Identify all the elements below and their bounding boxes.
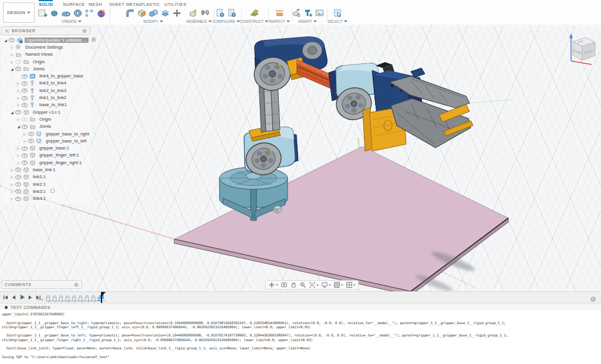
radio-selected-icon[interactable]	[91, 37, 96, 43]
offset-face-icon[interactable]	[160, 8, 170, 18]
browser-row-gripper-base-to-right[interactable]: ▷gripper_base_to_right	[1, 130, 90, 137]
timeline-joint-feature[interactable]	[72, 293, 76, 304]
group-label-select[interactable]: SELECT	[327, 19, 347, 23]
view-cube[interactable]: TOP FRONT RIGHT	[555, 28, 599, 69]
viewport-3d[interactable]: BROWSER ◢OpenManipulator X editable ...▷…	[0, 25, 601, 291]
visibility-eye-icon[interactable]	[21, 88, 28, 93]
visibility-eye-icon[interactable]	[15, 182, 21, 186]
expand-collapsed-icon[interactable]: ▷	[9, 52, 15, 56]
group-label-insert[interactable]: INSERT	[298, 19, 317, 23]
select-icon[interactable]	[333, 8, 343, 18]
timeline-joint-feature[interactable]	[85, 293, 89, 304]
expand-collapsed-icon[interactable]: ▷	[9, 175, 15, 179]
measure-icon[interactable]	[275, 8, 285, 18]
visibility-eye-icon[interactable]	[21, 96, 28, 100]
step-back-icon[interactable]	[11, 294, 17, 301]
expand-collapsed-icon[interactable]: ▷	[16, 117, 21, 121]
visibility-eye-icon[interactable]	[15, 66, 21, 71]
hand-icon[interactable]	[290, 281, 297, 288]
browser-row-base-to-link1[interactable]: ▷base_to_link1	[1, 101, 90, 108]
expand-collapsed-icon[interactable]: ▷	[9, 45, 15, 49]
expand-expanded-icon[interactable]: ◢	[9, 67, 15, 71]
step-forward-icon[interactable]	[27, 294, 33, 301]
browser-row-gripper-finger-right-1[interactable]: ▷gripper_finger_right:1	[1, 159, 90, 166]
new-component-icon[interactable]	[188, 8, 198, 18]
visibility-eye-icon[interactable]	[21, 153, 28, 158]
visibility-eye-icon[interactable]	[28, 131, 34, 136]
visibility-eye-icon[interactable]	[15, 189, 21, 193]
browser-row-document-settings[interactable]: ▷Document Settings	[1, 43, 90, 50]
browser-row-link2-1[interactable]: ▷link2:1	[1, 181, 90, 188]
browser-row-gripper-finger-left-1[interactable]: ▷gripper_finger_left:1	[1, 152, 90, 159]
fillet-icon[interactable]	[125, 8, 135, 18]
visibility-eye-icon[interactable]	[15, 196, 21, 201]
expand-collapsed-icon[interactable]: ▷	[9, 168, 15, 172]
browser-row-joints[interactable]: ◢Joints	[1, 65, 90, 72]
pan-icon[interactable]	[268, 281, 278, 288]
collapse-panel-icon[interactable]	[5, 29, 9, 33]
group-label-assemble[interactable]: ASSEMBLE	[186, 19, 211, 23]
form-icon[interactable]	[96, 8, 106, 18]
browser-row-link1-1[interactable]: ▷link1:1	[1, 174, 90, 181]
visibility-eye-icon[interactable]	[21, 124, 28, 129]
sketch-points-icon[interactable]	[85, 8, 94, 18]
visibility-eye-icon[interactable]	[21, 160, 28, 165]
tab-surface[interactable]: SURFACE	[63, 0, 85, 7]
comments-header[interactable]: COMMENTS	[1, 280, 82, 289]
grid-snap-icon[interactable]	[333, 281, 343, 288]
create-sketch-icon[interactable]	[38, 8, 48, 18]
tab-plastic[interactable]: PLASTIC	[140, 0, 160, 7]
radio-empty-icon[interactable]	[50, 188, 55, 195]
tab-solid[interactable]: SOLID	[39, 0, 53, 7]
expand-collapsed-icon[interactable]: ▷	[9, 182, 15, 186]
timeline-joint-feature[interactable]	[78, 293, 83, 304]
table-plate-body[interactable]	[174, 147, 508, 291]
expand-expanded-icon[interactable]: ◢	[9, 110, 15, 114]
timeline-playhead[interactable]	[101, 292, 102, 303]
extrude-icon[interactable]	[49, 8, 59, 18]
browser-row-gripper-base-to-left[interactable]: ▷gripper_base_to_left	[1, 137, 90, 144]
look-at-icon[interactable]	[281, 281, 288, 288]
expand-collapsed-icon[interactable]: ▷	[16, 89, 21, 93]
expand-collapsed-icon[interactable]: ▷	[16, 153, 21, 157]
group-label-modify[interactable]: MODIFY	[143, 19, 163, 23]
insert-fastener-icon[interactable]	[303, 8, 313, 18]
visibility-eye-icon[interactable]	[21, 74, 28, 79]
browser-row-joints[interactable]: ◢Joints	[1, 123, 90, 130]
expand-collapsed-icon[interactable]: ▷	[16, 103, 21, 107]
browser-row-link4-1[interactable]: ▷link4:1	[1, 195, 90, 202]
expand-collapsed-icon[interactable]: ▷	[22, 139, 28, 143]
tab-mesh[interactable]: MESH	[89, 0, 102, 7]
browser-row-link3-1[interactable]: ▷link3:1	[1, 188, 90, 195]
visibility-eye-icon[interactable]	[21, 146, 28, 151]
expand-collapsed-icon[interactable]: ▷	[16, 146, 21, 150]
display-settings-icon[interactable]	[321, 281, 331, 288]
browser-row-link4-to-gripper-base[interactable]: link4_to_gripper_base	[1, 72, 90, 79]
joint-icon[interactable]	[200, 8, 210, 18]
group-label-inspect[interactable]: INSPECT	[269, 19, 290, 23]
tab-utilities[interactable]: UTILITIES	[164, 0, 187, 7]
gripper-assembly-body[interactable]	[363, 62, 473, 151]
expand-collapsed-icon[interactable]: ▷	[16, 161, 21, 165]
browser-row-link1-to-link2[interactable]: ▷link1_to_link2	[1, 94, 90, 101]
visibility-eye-icon[interactable]	[15, 167, 21, 172]
visibility-eye-icon[interactable]	[21, 117, 28, 121]
group-label-construct[interactable]: CONSTRUCT	[240, 19, 269, 23]
expand-expanded-icon[interactable]: ◢	[3, 38, 8, 42]
configuration-table-icon[interactable]	[227, 8, 237, 18]
browser-row-openmanipulator-x-editable[interactable]: ◢OpenManipulator X editable ...	[1, 36, 90, 43]
panel-options-icon[interactable]	[82, 29, 87, 33]
browser-row-base-link-1[interactable]: ▷base_link:1	[1, 166, 90, 173]
expand-collapsed-icon[interactable]: ▷	[22, 132, 28, 136]
visibility-eye-icon[interactable]	[15, 175, 21, 179]
browser-row-origin[interactable]: ▷Origin	[1, 58, 90, 65]
text-commands-console[interactable]: upper_limit=1.5707963267948966) Joint(gr…	[0, 310, 601, 364]
expand-collapsed-icon[interactable]: ▷	[16, 96, 21, 100]
combine-icon[interactable]	[148, 8, 158, 18]
move-icon[interactable]	[172, 8, 182, 18]
visibility-eye-icon[interactable]	[15, 59, 21, 64]
browser-row-link2-to-link3[interactable]: ▷link2_to_link3	[1, 87, 90, 94]
visibility-eye-icon[interactable]	[21, 81, 28, 86]
small-part-body[interactable]	[274, 206, 282, 213]
construct-plane-icon[interactable]	[249, 8, 259, 18]
